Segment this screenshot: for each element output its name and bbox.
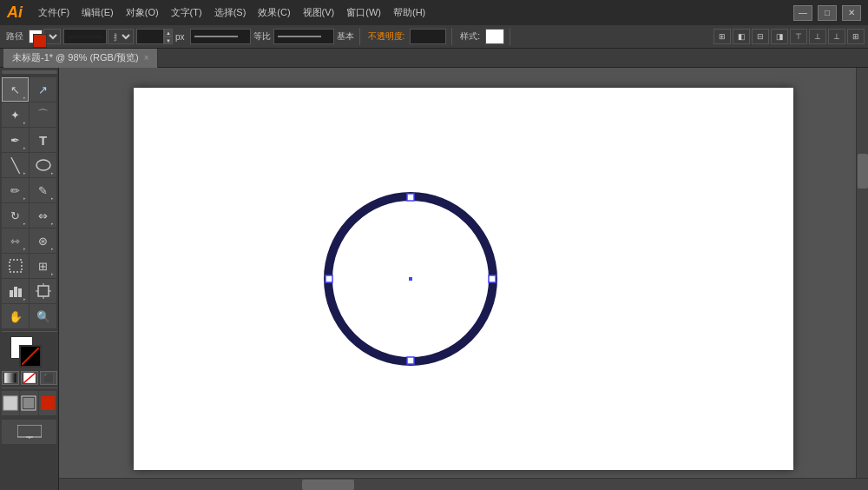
toolbar-separator-1 [359, 28, 360, 45]
full-screen-mode-button[interactable] [20, 391, 37, 415]
vertical-scrollbar[interactable] [856, 68, 868, 490]
svg-rect-3 [14, 287, 17, 297]
horizontal-scroll-thumb[interactable] [302, 480, 354, 490]
direct-select-tool[interactable]: ↗ [30, 77, 56, 102]
line-tool[interactable]: ╲ ▸ [2, 153, 29, 177]
free-transform-tool[interactable] [2, 254, 29, 278]
magic-wand-tool[interactable]: ✦ ▸ [2, 103, 29, 127]
menu-help[interactable]: 帮助(H) [388, 4, 431, 21]
pencil-arrow: ▸ [51, 195, 54, 201]
tool-row-8: ⊞ ▸ [2, 254, 56, 278]
tool-row-6: ↻ ▸ ⇔ ▸ [2, 203, 56, 228]
color-mode-button[interactable] [2, 371, 19, 385]
toolbar-separator-3 [510, 28, 510, 45]
anchor-bottom[interactable] [407, 357, 414, 364]
align-left-icon[interactable]: ◧ [733, 29, 750, 44]
toolbox-scroll [2, 70, 57, 74]
tab-close-button[interactable]: × [144, 53, 149, 63]
horizontal-scrollbar[interactable] [59, 478, 868, 490]
stroke-width-input-group: 10 ▲ ▼ px [136, 29, 187, 44]
align-center-v-icon[interactable]: ⊥ [809, 29, 826, 44]
align-right-icon[interactable]: ◨ [771, 29, 788, 44]
menu-window[interactable]: 窗口(W) [341, 4, 386, 21]
graph-arrow: ▸ [23, 296, 26, 301]
tab-title: 未标题-1* @ 98% (RGB/预览) [12, 51, 139, 64]
stroke-swatch[interactable] [19, 345, 42, 368]
menu-view[interactable]: 视图(V) [298, 4, 340, 21]
stroke-width-up[interactable]: ▲ [164, 29, 173, 36]
canvas-area[interactable] [59, 68, 868, 490]
minimize-button[interactable]: — [793, 5, 812, 21]
opacity-input[interactable]: 100% [410, 29, 446, 44]
zoom-tool[interactable]: 🔍 [30, 304, 56, 328]
arrange-icon[interactable]: ⊞ [713, 29, 731, 44]
menu-object[interactable]: 对象(O) [121, 4, 164, 21]
screen-mode-button[interactable]: ⬛ [40, 371, 57, 385]
toolbox: ↖ ▸ ↗ ✦ ▸ ⌒ ✒ ▸ T [0, 68, 59, 490]
free-transform-icon [8, 258, 23, 274]
stroke-profile-preview[interactable] [273, 29, 334, 44]
status-area [2, 420, 56, 444]
width-icon: ⇿ [10, 235, 20, 248]
shape-builder-tool[interactable]: ⊞ ▸ [30, 254, 56, 278]
mirror-tool[interactable]: ⇔ ▸ [30, 203, 56, 228]
anchor-top[interactable] [407, 194, 414, 201]
tool-row-3: ✒ ▸ T [2, 128, 56, 152]
rotate-tool[interactable]: ↻ ▸ [2, 203, 29, 228]
normal-mode-icon [3, 395, 18, 411]
magic-wand-icon: ✦ [10, 109, 20, 122]
hand-tool[interactable]: ✋ [2, 304, 29, 328]
warp-tool[interactable]: ⊛ ▸ [30, 228, 56, 253]
menu-select[interactable]: 选择(S) [209, 4, 252, 21]
anchor-right[interactable] [489, 275, 496, 282]
ellipse-tool[interactable]: ▸ [30, 153, 56, 177]
paintbrush-tool[interactable]: ✏ ▸ [2, 178, 29, 202]
document-tab[interactable]: 未标题-1* @ 98% (RGB/预览) × [3, 49, 158, 68]
artboard-tool[interactable] [30, 279, 56, 303]
stroke-line-preview[interactable] [63, 29, 107, 44]
distribute-icon[interactable]: ⊞ [847, 29, 865, 44]
select-tool[interactable]: ↖ ▸ [2, 77, 29, 102]
maximize-button[interactable]: □ [818, 5, 837, 21]
fill-color-swatch[interactable] [29, 30, 43, 43]
menu-type[interactable]: 文字(T) [166, 4, 207, 21]
stroke-unit-label: px [173, 32, 187, 42]
stroke-options: 描边 [63, 29, 134, 44]
stroke-style-preview[interactable] [190, 29, 251, 44]
type-tool[interactable]: T [30, 128, 56, 152]
status-button[interactable] [2, 420, 56, 444]
center-anchor [409, 277, 412, 281]
stroke-width-input[interactable]: 10 [136, 29, 164, 44]
circle-svg[interactable] [319, 188, 502, 370]
svg-rect-2 [10, 290, 13, 297]
normal-mode-button[interactable] [2, 391, 19, 415]
align-top-icon[interactable]: ⊤ [790, 29, 807, 44]
paintbrush-arrow: ▸ [23, 195, 26, 201]
pencil-tool[interactable]: ✎ ▸ [30, 178, 56, 202]
width-tool[interactable]: ⇿ ▸ [2, 228, 29, 253]
presentation-mode-button[interactable] [39, 391, 56, 415]
menu-effect[interactable]: 效果(C) [253, 4, 295, 21]
full-screen-icon [21, 395, 36, 411]
close-button[interactable]: ✕ [842, 5, 861, 21]
svg-rect-17 [41, 396, 55, 410]
align-center-h-icon[interactable]: ⊟ [752, 29, 769, 44]
ai-logo: Ai [7, 3, 23, 22]
width-arrow: ▸ [23, 246, 26, 251]
stroke-cap-select[interactable]: 描边 [108, 29, 134, 44]
pen-tool[interactable]: ✒ ▸ [2, 128, 29, 152]
vertical-scroll-thumb[interactable] [858, 154, 868, 189]
menu-file[interactable]: 文件(F) [33, 4, 75, 21]
main-layout: ↖ ▸ ↗ ✦ ▸ ⌒ ✒ ▸ T [0, 68, 868, 490]
anchor-left[interactable] [326, 275, 332, 282]
graph-tool[interactable]: ▸ [2, 279, 29, 303]
style-swatch[interactable] [485, 29, 504, 44]
title-bar: Ai 文件(F) 编辑(E) 对象(O) 文字(T) 选择(S) 效果(C) 视… [0, 0, 868, 25]
stroke-width-down[interactable]: ▼ [164, 36, 173, 44]
menu-edit[interactable]: 编辑(E) [76, 4, 119, 21]
fill-stroke-group[interactable] [10, 336, 49, 369]
no-fill-button[interactable] [21, 371, 38, 385]
lasso-tool[interactable]: ⌒ [30, 103, 56, 127]
align-bottom-icon[interactable]: ⊥ [828, 29, 845, 44]
tool-row-2: ✦ ▸ ⌒ [2, 103, 56, 127]
